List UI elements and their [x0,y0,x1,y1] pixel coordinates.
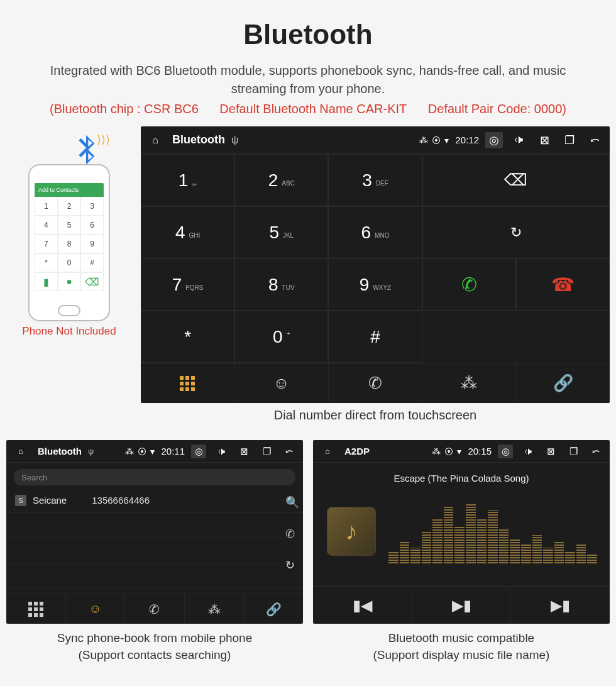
volume-icon[interactable]: 🕩 [214,445,229,458]
recent-icon[interactable]: ❐ [259,445,274,458]
wifi-icon: ▾ [150,446,155,456]
location-icon: ⦿ [444,446,453,456]
back-icon[interactable]: ⤺ [586,132,603,148]
contacts-caption: Sync phone-book from mobile phone(Suppor… [6,630,303,663]
visualizer [388,501,597,563]
back-icon[interactable]: ⤺ [282,445,297,458]
status-title: A2DP [344,446,370,456]
key-hash[interactable]: # [328,311,422,363]
music-screen: ⌂ A2DP ⁂ ⦿ ▾ 20:15 ◎ 🕩 ⊠ ❐ ⤺ [313,440,610,624]
nav-calllog[interactable]: ✆ [125,594,185,624]
nav-contacts[interactable]: ☺ [66,594,126,624]
volume-icon[interactable]: 🕩 [520,445,536,458]
recent-icon[interactable]: ❐ [561,132,578,148]
recent-icon[interactable]: ❐ [566,445,581,458]
mock-header: Add to Contacts [38,187,79,193]
bluetooth-status-icon: ⁂ [125,446,134,456]
key-star[interactable]: * [141,311,234,363]
spec-name: Default Bluetooth Name CAR-KIT [219,102,407,116]
nav-calllog[interactable]: ✆ [329,363,422,403]
contact-row[interactable]: S Seicane 13566664466 [6,488,303,513]
nav-keypad[interactable] [6,594,66,624]
phone-not-included-label: Phone Not Included [6,325,132,338]
next-track-button[interactable]: ▶▮ [511,587,610,624]
key-6[interactable]: 6MNO [328,206,422,258]
nav-bluetooth[interactable]: ⁂ [422,363,516,403]
back-icon[interactable]: ⤺ [588,445,603,458]
volume-icon[interactable]: 🕩 [510,132,528,148]
home-icon[interactable]: ⌂ [319,446,336,456]
key-9[interactable]: 9WXYZ [328,258,422,311]
contact-number: 13566664466 [92,495,150,506]
album-art: ♪ [327,507,376,556]
song-title: Escape (The Pina Colada Song) [313,473,610,484]
side-refresh-icon[interactable]: ↻ [285,558,299,572]
screenshot-icon[interactable]: ◎ [191,445,206,458]
nav-pair[interactable]: 🔗 [517,363,610,403]
dial-keypad: 1ₒₒ 2ABC 3DEF ⌫ 4GHI 5JKL 6MNO ↻ 7PQRS 8… [141,154,610,363]
close-icon[interactable]: ⊠ [236,445,251,458]
clock: 20:11 [161,446,185,456]
location-icon: ⦿ [138,446,146,456]
clock: 20:15 [468,446,492,456]
key-3[interactable]: 3DEF [328,154,422,206]
key-2[interactable]: 2ABC [234,154,328,206]
spec-line: (Bluetooth chip : CSR BC6 Default Blueto… [6,102,610,116]
side-search-icon[interactable]: 🔍 [285,495,299,509]
close-icon[interactable]: ⊠ [543,445,558,458]
clock: 20:12 [455,135,479,145]
music-note-icon: ♪ [346,518,358,545]
contact-badge: S [15,495,26,506]
nav-pair[interactable]: 🔗 [244,594,303,624]
redial-key[interactable]: ↻ [422,206,610,258]
bluetooth-icon: ⟩⟩⟩ [74,135,99,167]
dialer-screen: ⌂ Bluetooth ψ ⁂ ⦿ ▾ 20:12 ◎ 🕩 ⊠ ❐ [141,126,610,403]
music-caption: Bluetooth music compatible(Support displ… [313,630,610,663]
empty-row [6,563,303,589]
close-icon[interactable]: ⊠ [536,132,553,148]
nav-keypad[interactable] [141,363,234,403]
home-icon[interactable]: ⌂ [147,135,163,146]
nav-contacts[interactable]: ☺ [234,363,328,403]
hangup-button[interactable]: ☎ [516,258,610,311]
key-8[interactable]: 8TUV [234,258,328,311]
phone-mockup: Add to Contacts 123 456 789 *0# ▮●⌫ [28,164,110,321]
spec-chip: (Bluetooth chip : CSR BC6 [50,102,199,116]
play-pause-button[interactable]: ▶▮ [412,587,512,624]
prev-track-button[interactable]: ▮◀ [313,587,412,624]
contacts-screen: ⌂ Bluetooth ψ ⁂ ⦿ ▾ 20:11 ◎ 🕩 ⊠ ❐ [6,440,303,624]
signal-waves-icon: ⟩⟩⟩ [97,133,110,147]
nav-bluetooth[interactable]: ⁂ [185,594,245,624]
page-title: Bluetooth [6,19,610,50]
location-icon: ⦿ [432,135,441,145]
key-5[interactable]: 5JKL [234,206,328,258]
bluetooth-status-icon: ⁂ [432,446,441,456]
key-7[interactable]: 7PQRS [141,258,234,311]
home-icon[interactable]: ⌂ [13,446,29,456]
screenshot-icon[interactable]: ◎ [485,132,503,148]
usb-icon: ψ [231,135,238,146]
side-call-icon[interactable]: ✆ [285,527,299,541]
status-title: Bluetooth [38,446,82,456]
description: Integrated with BC6 Bluetooth module, su… [25,62,591,98]
key-0[interactable]: 0+ [234,311,328,363]
bluetooth-status-icon: ⁂ [419,135,428,145]
call-button[interactable]: ✆ [422,258,516,311]
screenshot-icon[interactable]: ◎ [498,445,513,458]
backspace-key[interactable]: ⌫ [422,154,610,206]
usb-icon: ψ [88,446,94,456]
spec-code: Default Pair Code: 0000) [428,102,566,116]
wifi-icon: ▾ [457,446,461,456]
dialer-caption: Dial number direct from touchscreen [141,408,610,423]
empty-row [6,513,303,538]
key-4[interactable]: 4GHI [141,206,234,258]
contact-name: Seicane [33,495,67,506]
wifi-icon: ▾ [444,135,449,145]
empty-row [6,538,303,563]
status-title: Bluetooth [172,133,225,147]
search-input[interactable]: Search [14,469,295,485]
key-1[interactable]: 1ₒₒ [141,154,234,206]
